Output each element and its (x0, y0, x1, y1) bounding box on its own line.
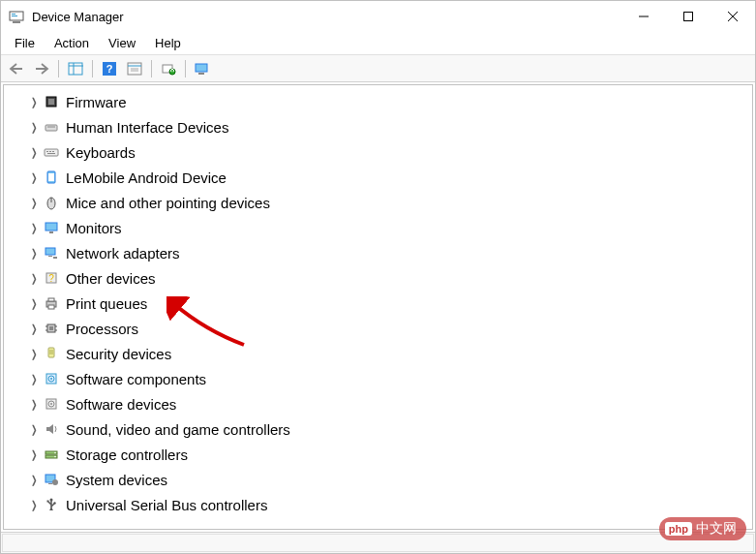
tree-item[interactable]: ❯Keyboards (4, 139, 752, 165)
help-button[interactable]: ? (98, 58, 121, 79)
other-icon: ? (43, 269, 60, 287)
chevron-right-icon[interactable]: ❯ (29, 121, 39, 134)
show-hide-tree-button[interactable] (64, 58, 87, 79)
svg-rect-27 (49, 151, 51, 152)
forward-button[interactable] (30, 58, 53, 79)
chevron-right-icon[interactable]: ❯ (29, 222, 39, 234)
toolbar-separator (185, 60, 186, 77)
tree-item[interactable]: ❯System devices (4, 467, 752, 492)
chevron-right-icon[interactable]: ❯ (29, 197, 39, 209)
chevron-right-icon[interactable]: ❯ (29, 398, 39, 411)
svg-rect-51 (49, 350, 53, 354)
tree-item[interactable]: ❯Security devices (4, 341, 752, 366)
svg-rect-3 (12, 15, 17, 16)
tree-item[interactable]: ❯Mice and other pointing devices (4, 190, 752, 215)
statusbar (1, 532, 755, 553)
svg-point-54 (50, 378, 52, 380)
svg-rect-35 (49, 231, 53, 233)
svg-rect-8 (69, 63, 82, 75)
tree-item[interactable]: ❯Firmware (4, 89, 752, 114)
svg-rect-2 (12, 14, 15, 15)
svg-rect-67 (47, 501, 49, 503)
tree-item[interactable]: ❯Software devices (4, 391, 752, 416)
tree-item[interactable]: ❯Storage controllers (4, 442, 752, 467)
titlebar: Device Manager (1, 1, 755, 32)
sound-icon (43, 420, 60, 438)
tree-item[interactable]: ❯Human Interface Devices (4, 114, 752, 139)
svg-rect-1 (13, 21, 20, 23)
usb-icon (43, 496, 60, 513)
tree-item-label: Keyboards (66, 144, 136, 161)
svg-point-57 (50, 403, 52, 405)
chevron-right-icon[interactable]: ❯ (29, 448, 39, 461)
svg-rect-43 (48, 305, 54, 309)
chevron-right-icon[interactable]: ❯ (29, 247, 39, 260)
svg-rect-63 (48, 483, 52, 484)
back-button[interactable] (5, 58, 28, 79)
tree-item[interactable]: ❯Network adapters (4, 240, 752, 265)
network-icon (43, 244, 60, 262)
device-tree-panel[interactable]: ❯Firmware❯Human Interface Devices❯Keyboa… (3, 84, 753, 530)
chevron-right-icon[interactable]: ❯ (29, 373, 39, 385)
chevron-right-icon[interactable]: ❯ (29, 348, 39, 360)
chevron-right-icon[interactable]: ❯ (29, 423, 39, 436)
svg-rect-34 (45, 223, 57, 231)
window-title: Device Manager (32, 10, 621, 24)
monitor-icon (43, 219, 60, 236)
keyboard-icon (43, 143, 60, 161)
tree-item-label: Print queues (66, 295, 147, 312)
tree-item[interactable]: ❯LeMobile Android Device (4, 165, 752, 190)
svg-rect-20 (198, 73, 204, 75)
svg-point-18 (169, 69, 175, 75)
chevron-right-icon[interactable]: ❯ (29, 499, 39, 511)
menu-file[interactable]: File (5, 34, 45, 52)
tree-item[interactable]: ❯?Other devices (4, 265, 752, 291)
chevron-right-icon[interactable]: ❯ (29, 171, 39, 184)
svg-rect-28 (52, 151, 54, 152)
device-manager-window: Device Manager File Action View Help (0, 0, 756, 554)
devices-button[interactable] (191, 58, 214, 79)
svg-rect-45 (49, 326, 53, 330)
tree-item[interactable]: ❯Monitors (4, 215, 752, 240)
tree-item[interactable]: ❯Print queues (4, 291, 752, 316)
svg-text:?: ? (106, 63, 113, 75)
status-panel (2, 534, 754, 552)
software-comp-icon (43, 370, 60, 387)
tree-item-label: Human Interface Devices (66, 119, 228, 136)
window-controls (621, 1, 755, 32)
properties-button[interactable] (123, 58, 146, 79)
tree-item[interactable]: ❯Processors (4, 316, 752, 341)
svg-rect-29 (47, 153, 55, 154)
toolbar-separator (58, 60, 59, 77)
chevron-right-icon[interactable]: ❯ (29, 323, 39, 335)
menu-help[interactable]: Help (145, 34, 191, 52)
tree-item-label: System devices (66, 472, 167, 488)
chevron-right-icon[interactable]: ❯ (29, 474, 39, 486)
tree-item[interactable]: ❯Sound, video and game controllers (4, 416, 752, 442)
chevron-right-icon[interactable]: ❯ (29, 146, 39, 159)
tree-item[interactable]: ❯Universal Serial Bus controllers (4, 492, 752, 517)
menu-action[interactable]: Action (45, 34, 99, 52)
maximize-button[interactable] (666, 1, 711, 32)
tree-item-label: Security devices (66, 346, 171, 362)
svg-rect-25 (45, 149, 58, 156)
chevron-right-icon[interactable]: ❯ (29, 297, 39, 310)
tree-item[interactable]: ❯Software components (4, 366, 752, 391)
tree-item-label: LeMobile Android Device (66, 169, 227, 186)
scan-hardware-button[interactable] (157, 58, 180, 79)
chevron-right-icon[interactable]: ❯ (29, 96, 39, 108)
tree-item-label: Processors (66, 321, 138, 337)
svg-rect-36 (45, 248, 55, 255)
svg-rect-31 (48, 173, 54, 181)
close-button[interactable] (711, 1, 755, 32)
menubar: File Action View Help (1, 32, 755, 55)
menu-view[interactable]: View (99, 34, 145, 52)
security-icon (43, 345, 60, 362)
tree-item-label: Monitors (66, 220, 122, 236)
tree-item-label: Other devices (66, 270, 156, 287)
chevron-right-icon[interactable]: ❯ (29, 272, 39, 285)
minimize-button[interactable] (621, 1, 666, 32)
svg-point-64 (52, 479, 58, 485)
svg-rect-22 (48, 99, 54, 105)
tree-item-label: Sound, video and game controllers (66, 421, 290, 438)
